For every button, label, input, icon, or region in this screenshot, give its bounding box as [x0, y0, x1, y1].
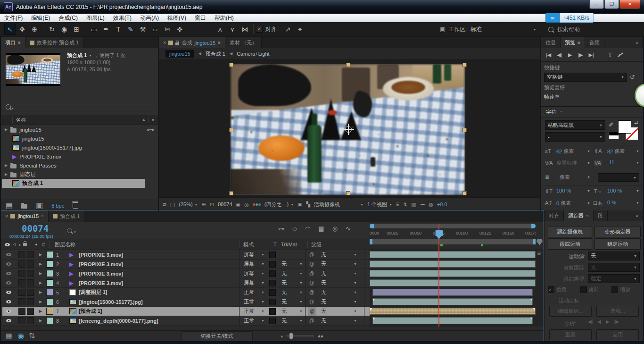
- new-folder-icon[interactable]: [21, 204, 27, 209]
- solo-box[interactable]: [18, 270, 25, 277]
- project-row-mov[interactable]: PROPIXIE 3.mov: [1, 152, 158, 161]
- new-composition-icon[interactable]: [36, 202, 43, 210]
- exposure-aperture-icon[interactable]: [429, 202, 433, 207]
- rotation-checkbox[interactable]: 旋转: [580, 286, 599, 293]
- label-swatch[interactable]: [46, 289, 53, 296]
- layer-row-2[interactable]: 2 [PROPIXIE 3.mov] 屏幕 无 无: [2, 260, 370, 269]
- tab-paragraph[interactable]: 段: [594, 210, 608, 221]
- panel-divider[interactable]: [158, 37, 159, 210]
- axis-local-button[interactable]: [215, 24, 226, 35]
- zoom-in-frames-icon[interactable]: [317, 334, 322, 338]
- solo-box[interactable]: [18, 251, 25, 258]
- font-size-field[interactable]: 62像素: [556, 148, 590, 155]
- eraser-tool-button[interactable]: [149, 24, 161, 35]
- tab-audio[interactable]: 音频: [585, 37, 604, 48]
- axis-view-button[interactable]: [239, 24, 250, 35]
- audio-column-icon[interactable]: [13, 243, 16, 246]
- preserve-transparency-checkbox[interactable]: [269, 252, 276, 258]
- tab-tracker[interactable]: 跟踪器: [564, 210, 594, 221]
- fast-previews-icon[interactable]: [403, 202, 407, 207]
- eye-icon[interactable]: [6, 253, 11, 256]
- current-time-display[interactable]: 00074: [22, 223, 49, 234]
- puppet-pin-tool-button[interactable]: [174, 24, 185, 35]
- panel-menu-icon[interactable]: [218, 41, 221, 45]
- menu-effect[interactable]: 效果(T): [109, 14, 136, 22]
- blend-mode-dropdown[interactable]: 屏幕: [244, 260, 254, 268]
- solo-box[interactable]: [18, 289, 25, 296]
- column-name[interactable]: 名称: [12, 117, 26, 124]
- minimize-button[interactable]: [589, 0, 604, 9]
- last-frame-button[interactable]: [588, 52, 594, 58]
- mask-toggle-icon[interactable]: [210, 202, 214, 207]
- tab-project[interactable]: 项目: [1, 37, 25, 48]
- pickwhip-icon[interactable]: [309, 290, 314, 295]
- lock-box[interactable]: [27, 298, 34, 305]
- expand-inout-icon[interactable]: [17, 332, 24, 340]
- selection-handle[interactable]: [346, 63, 350, 67]
- tab-timeline-jingtou15[interactable]: jingtou15: [1, 210, 49, 222]
- pickwhip-icon[interactable]: [309, 252, 314, 257]
- hand-tool-button[interactable]: [17, 24, 28, 35]
- workspace-dropdown[interactable]: 标准: [471, 25, 537, 34]
- roto-brush-tool-button[interactable]: [162, 24, 173, 35]
- comp-flowchart-icon[interactable]: [420, 202, 425, 207]
- expand-arrow-icon[interactable]: [5, 128, 8, 132]
- exposure-value[interactable]: +0.0: [437, 201, 447, 207]
- layer-name[interactable]: [调整图层 1]: [79, 288, 107, 297]
- menu-animation[interactable]: 动画(A): [136, 14, 163, 22]
- swap-colors-icon[interactable]: [634, 120, 638, 125]
- tab-align[interactable]: 对齐: [545, 210, 564, 221]
- blend-mode-dropdown[interactable]: 屏幕: [244, 278, 254, 287]
- tab-footage[interactable]: 素材 （无）: [225, 37, 262, 48]
- reset-icon[interactable]: [630, 74, 635, 80]
- draft-3d-icon[interactable]: [292, 226, 297, 232]
- panel-menu-icon[interactable]: [41, 214, 44, 218]
- label-swatch[interactable]: [46, 270, 53, 277]
- number-column-icon[interactable]: [42, 242, 45, 247]
- trkmat-dropdown[interactable]: 无: [281, 297, 287, 306]
- selection-handle[interactable]: [462, 191, 467, 195]
- preserve-transparency-checkbox[interactable]: [269, 299, 276, 305]
- solo-box[interactable]: [18, 308, 25, 315]
- stroke-width-field[interactable]: -像素: [556, 174, 590, 181]
- pen-tool-button[interactable]: [100, 24, 112, 35]
- motion-source-dropdown[interactable]: 无: [588, 252, 640, 260]
- work-area-bar[interactable]: [370, 239, 536, 244]
- breadcrumb-precomp[interactable]: 预合成 1: [206, 50, 225, 58]
- tab-info[interactable]: 信息: [541, 37, 561, 48]
- rotation-tool-button[interactable]: [46, 24, 58, 35]
- trkmat-dropdown[interactable]: 无: [281, 260, 287, 268]
- eye-icon[interactable]: [6, 310, 11, 313]
- panel-menu-icon[interactable]: [560, 110, 563, 115]
- comp-marker-bin[interactable]: [537, 239, 543, 245]
- preserve-transparency-checkbox[interactable]: [269, 318, 276, 324]
- eye-icon[interactable]: [6, 291, 11, 294]
- selection-tool-button[interactable]: [4, 24, 16, 35]
- view-layout-dropdown[interactable]: 1 个视图: [367, 201, 392, 208]
- close-tab-icon[interactable]: [5, 214, 8, 219]
- pickwhip-icon[interactable]: [309, 262, 314, 267]
- layer-name[interactable]: [预合成 1]: [79, 307, 102, 316]
- camera-tool-button[interactable]: [58, 24, 70, 35]
- layer-name[interactable]: [jingtou[15000-15177].jpg]: [79, 297, 143, 306]
- column-parent[interactable]: 父级: [311, 241, 322, 248]
- parent-dropdown[interactable]: 无: [321, 316, 326, 325]
- breadcrumb-camera-light[interactable]: Camera+Light: [237, 51, 269, 57]
- shape-tool-button[interactable]: [88, 24, 99, 35]
- pickwhip-icon[interactable]: [309, 319, 314, 323]
- lock-box[interactable]: [27, 260, 34, 268]
- mini-flowchart-icon[interactable]: [278, 226, 284, 232]
- timeline-zoom-slider[interactable]: [286, 336, 314, 336]
- warp-stabilizer-button[interactable]: 变形稳定器: [594, 226, 641, 237]
- favorite-dropdown[interactable]: 帧速率: [544, 92, 640, 101]
- layer-name[interactable]: [PROPIXIE 3.mov]: [79, 260, 123, 268]
- camera-dropdown[interactable]: 活动摄像机: [314, 201, 363, 208]
- kerning-field[interactable]: 度量标准: [556, 159, 590, 167]
- twirl-icon[interactable]: [39, 310, 42, 313]
- motion-blur-icon[interactable]: [332, 226, 338, 232]
- work-area-start[interactable]: [370, 239, 372, 244]
- net-speed-widget[interactable]: 451 KB/s: [545, 13, 594, 23]
- help-search[interactable]: 搜索帮助: [548, 25, 580, 34]
- shortcut-dropdown[interactable]: 空格键: [544, 73, 627, 82]
- interpret-footage-icon[interactable]: [6, 202, 13, 210]
